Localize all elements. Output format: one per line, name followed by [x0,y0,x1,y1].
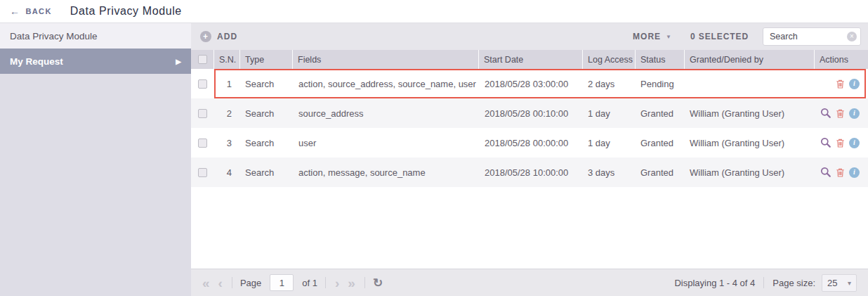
page-size-label: Page size: [772,278,815,288]
info-button[interactable]: i [849,108,860,119]
row-start-date: 2018/05/28 10:00:00 [479,167,583,178]
page-number-input[interactable] [270,274,294,291]
separator [763,277,764,288]
more-label: MORE [633,32,661,41]
row-fields: user [293,138,479,148]
delete-button[interactable] [835,167,846,178]
column-header-log-access[interactable]: Log Access D [583,50,636,69]
plus-icon: + [200,31,211,42]
row-start-date: 2018/05/28 00:00:00 [479,138,583,148]
row-start-date: 2018/05/28 00:10:00 [479,108,583,119]
view-details-button[interactable] [820,167,831,178]
row-checkbox[interactable] [198,168,207,177]
column-header-actions[interactable]: Actions [815,50,868,69]
column-header-fields[interactable]: Fields [293,50,479,69]
trash-icon [835,167,846,178]
column-header-status[interactable]: Status [636,50,685,69]
delete-button[interactable] [835,138,846,148]
add-button[interactable]: + ADD [200,31,237,42]
refresh-button[interactable]: ↻ [373,277,383,289]
clear-search-icon[interactable]: × [847,32,857,41]
more-button[interactable]: MORE ▼ [633,32,672,41]
sidebar-item-my-request[interactable]: My Request ▶ [0,49,191,74]
row-fields: action, message, source_name [293,167,479,178]
main-panel: + ADD MORE ▼ 0 SELECTED × S.N. Type [191,23,868,296]
trash-icon [835,138,846,148]
pagination-right: Displaying 1 - 4 of 4 Page size: 25 ▾ [674,274,857,292]
separator [232,277,232,288]
add-label: ADD [217,32,237,41]
table-empty-area [191,187,868,269]
back-label: BACK [25,7,51,15]
select-all-checkbox[interactable] [198,55,207,64]
sidebar-item-data-privacy-module[interactable]: Data Privacy Module [0,23,191,49]
table-row: 1 Search action, source_address, source_… [191,69,868,98]
row-granted-by: William (Granting User) [685,108,815,119]
info-button[interactable]: i [849,138,860,148]
row-actions: i [815,108,868,119]
back-button[interactable]: ← BACK [10,6,52,16]
table-header-row: S.N. Type Fields Start Date Log Access D… [191,50,868,69]
row-checkbox-cell [191,168,214,177]
info-button[interactable]: i [849,79,860,89]
table-row: 3 Search user 2018/05/28 00:00:00 1 day … [191,128,868,157]
row-actions: i [815,137,868,148]
row-type: Search [240,79,293,89]
row-status: Granted [636,167,685,178]
row-actions: i [815,167,868,178]
row-actions: i [815,79,868,89]
row-checkbox[interactable] [198,139,207,148]
chevron-down-icon: ▾ [848,279,851,287]
chevron-down-icon: ▼ [666,34,672,40]
row-sn: 2 [214,108,240,119]
column-header-start-date[interactable]: Start Date [479,50,583,69]
column-header-granted-by[interactable]: Granted/Denied by [685,50,815,69]
row-fields: action, source_address, source_name, use… [293,79,479,89]
trash-icon [835,108,846,119]
row-sn: 1 [214,79,240,89]
pagination-bar: « ‹ Page of 1 › » ↻ Displaying 1 - 4 of … [191,269,868,296]
page-of-label: of 1 [302,278,317,288]
row-checkbox[interactable] [198,109,207,118]
row-sn: 4 [214,167,240,178]
row-status: Pending [636,79,685,89]
delete-button[interactable] [835,79,846,89]
view-details-button[interactable] [820,108,831,119]
page-size-value: 25 [827,278,837,288]
row-log-access: 1 day [583,108,636,119]
row-type: Search [240,167,293,178]
header-checkbox-cell [191,50,214,69]
separator [364,277,365,288]
next-page-button[interactable]: › [334,276,341,290]
row-sn: 3 [214,138,240,148]
last-page-button[interactable]: » [346,276,357,290]
row-granted-by: William (Granting User) [685,138,815,148]
first-page-button[interactable]: « [201,276,211,290]
row-granted-by: William (Granting User) [685,167,815,178]
column-header-type[interactable]: Type [240,50,293,69]
row-checkbox[interactable] [198,79,207,89]
row-type: Search [240,108,293,119]
row-log-access: 3 days [583,167,636,178]
prev-page-button[interactable]: ‹ [217,276,224,290]
search-input[interactable] [763,27,861,46]
separator [325,277,326,288]
sidebar: Data Privacy Module My Request ▶ [0,23,191,296]
row-fields: source_address [293,108,479,119]
delete-button[interactable] [835,108,846,119]
page-size-select[interactable]: 25 ▾ [822,274,857,292]
magnifier-icon [820,167,831,178]
topbar: ← BACK Data Privacy Module [0,0,868,23]
info-button[interactable]: i [849,167,860,178]
page-title: Data Privacy Module [70,5,182,18]
sidebar-item-label: My Request [10,56,63,67]
page-label: Page [240,278,261,288]
table-toolbar: + ADD MORE ▼ 0 SELECTED × [191,23,868,50]
trash-icon [835,79,846,89]
layout: Data Privacy Module My Request ▶ + ADD M… [0,23,868,296]
table-row: 4 Search action, message, source_name 20… [191,157,868,187]
column-header-sn[interactable]: S.N. [214,50,240,69]
chevron-right-icon: ▶ [176,58,181,65]
search-box: × [763,27,861,46]
view-details-button[interactable] [820,137,831,148]
